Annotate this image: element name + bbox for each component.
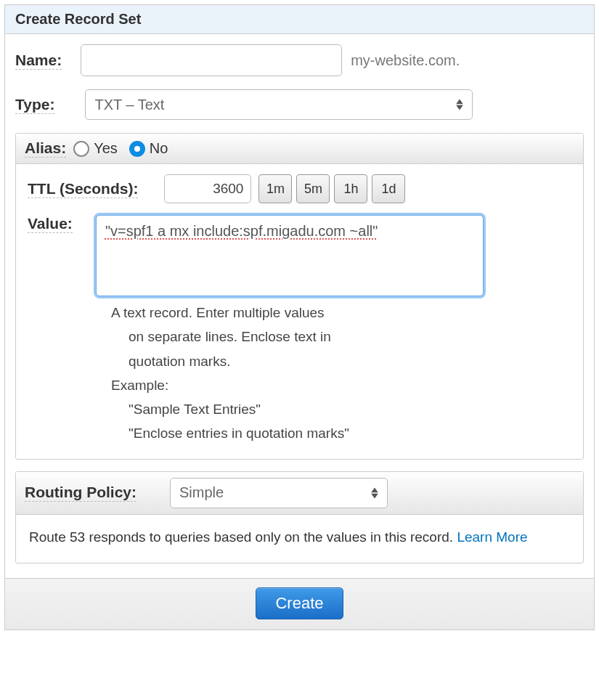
create-button[interactable]: Create	[256, 587, 343, 619]
value-label: Value:	[28, 215, 73, 233]
type-label: Type:	[15, 96, 54, 114]
name-label: Name:	[15, 52, 62, 70]
chevron-updown-icon	[456, 99, 463, 110]
help-line-3: quotation marks.	[111, 349, 571, 373]
ttl-row: TTL (Seconds): 1m 5m 1h 1d	[28, 174, 571, 203]
alias-label: Alias:	[25, 139, 66, 158]
type-select[interactable]: TXT – Text	[85, 89, 473, 120]
routing-select[interactable]: Simple	[170, 478, 388, 508]
help-line-1: A text record. Enter multiple values	[111, 301, 571, 325]
svg-marker-2	[371, 487, 378, 492]
alias-yes-radio[interactable]	[73, 141, 89, 157]
value-row: Value:	[28, 215, 571, 296]
alias-no-radio[interactable]	[129, 141, 145, 157]
value-textarea[interactable]	[96, 215, 484, 296]
type-select-value: TXT – Text	[94, 97, 164, 113]
learn-more-link[interactable]: Learn More	[457, 529, 527, 545]
routing-label: Routing Policy:	[25, 484, 136, 502]
ttl-preset-1d[interactable]: 1d	[372, 174, 405, 203]
alias-no-label: No	[150, 140, 168, 157]
panel-title: Create Record Set	[5, 5, 594, 34]
routing-select-value: Simple	[179, 484, 224, 501]
ttl-label: TTL (Seconds):	[28, 180, 138, 198]
routing-panel: Routing Policy: Simple Route 53 responds…	[15, 471, 584, 563]
ttl-input[interactable]	[164, 174, 251, 203]
help-example-label: Example:	[111, 373, 571, 397]
svg-marker-1	[456, 105, 463, 110]
help-example-2: "Enclose entries in quotation marks"	[111, 421, 571, 445]
svg-marker-0	[456, 99, 463, 105]
panel-body: Name: my-website.com. Type: TXT – Text A…	[5, 34, 594, 578]
alias-header: Alias: Yes No	[16, 134, 583, 164]
alias-panel: Alias: Yes No TTL (Seconds): 1m 5m 1h 1d	[15, 133, 584, 460]
help-line-2: on separate lines. Enclose text in	[111, 325, 571, 349]
ttl-preset-1h[interactable]: 1h	[334, 174, 367, 203]
routing-desc-text: Route 53 responds to queries based only …	[29, 529, 457, 545]
name-row: Name: my-website.com.	[15, 44, 584, 76]
alias-body: TTL (Seconds): 1m 5m 1h 1d Value: A text…	[16, 164, 583, 459]
ttl-preset-1m[interactable]: 1m	[258, 174, 292, 203]
create-record-set-panel: Create Record Set Name: my-website.com. …	[4, 4, 595, 630]
svg-marker-3	[371, 493, 378, 498]
routing-description: Route 53 responds to queries based only …	[16, 515, 583, 563]
chevron-updown-icon	[371, 487, 378, 498]
help-example-1: "Sample Text Entries"	[111, 397, 571, 421]
value-help-text: A text record. Enter multiple values on …	[111, 301, 571, 446]
name-input[interactable]	[81, 44, 342, 76]
ttl-preset-5m[interactable]: 5m	[296, 174, 330, 203]
alias-yes-label: Yes	[94, 140, 118, 157]
domain-suffix: my-website.com.	[351, 52, 460, 69]
type-row: Type: TXT – Text	[15, 89, 584, 120]
routing-header: Routing Policy: Simple	[16, 472, 583, 515]
alias-radio-group: Yes No	[73, 140, 175, 157]
panel-footer: Create	[5, 578, 594, 630]
